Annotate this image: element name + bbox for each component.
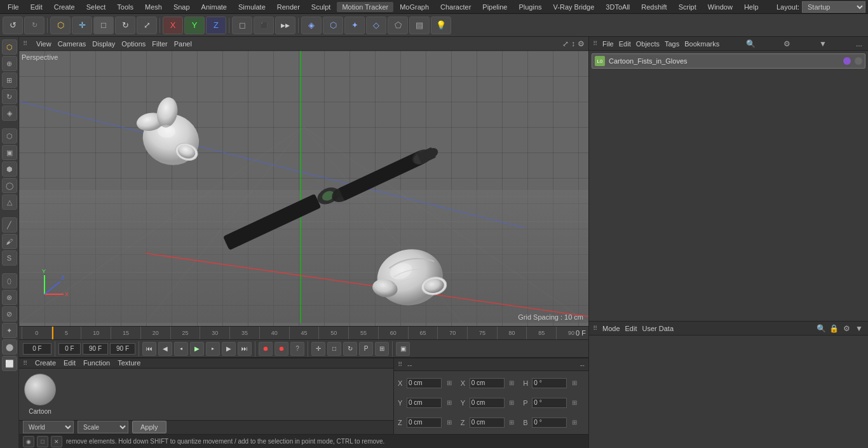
grid-pb[interactable]: ⊞ xyxy=(375,342,389,356)
axis-y-button[interactable]: Y xyxy=(184,17,205,34)
attr-more-btn[interactable]: ▼ xyxy=(854,323,864,334)
left-tool-10[interactable]: △ xyxy=(2,194,17,210)
left-tool-3[interactable]: ⊞ xyxy=(2,72,17,88)
coord-b-input[interactable] xyxy=(532,417,567,428)
left-tool-9[interactable]: ◯ xyxy=(2,178,17,193)
obj-collapse-btn[interactable]: ▼ xyxy=(818,39,828,49)
menu-file[interactable]: File xyxy=(3,2,24,12)
render-mode-1[interactable]: ◈ xyxy=(301,17,322,34)
current-frame-input[interactable] xyxy=(23,343,51,355)
left-tool-6[interactable]: ⬡ xyxy=(2,128,17,144)
menu-tools[interactable]: Tools xyxy=(112,2,139,12)
frame-end-input[interactable] xyxy=(83,343,108,355)
rotate-tool-button[interactable]: ↻ xyxy=(115,17,135,34)
obj-settings-btn[interactable]: ⚙ xyxy=(782,39,792,49)
record-button[interactable]: ⏺ xyxy=(259,342,273,356)
viewport-menu-filter[interactable]: Filter xyxy=(152,40,167,48)
attr-settings-btn[interactable]: ⚙ xyxy=(841,323,851,334)
step-back-button[interactable]: ◀ xyxy=(158,342,172,356)
attr-lock-btn[interactable]: 🔒 xyxy=(829,323,839,334)
menu-edit[interactable]: Edit xyxy=(25,2,48,12)
obj-menu-file[interactable]: File xyxy=(602,40,614,48)
coord-x-input[interactable] xyxy=(407,378,442,388)
left-tool-17[interactable]: ✦ xyxy=(2,323,17,338)
object-list-item[interactable]: L0 Cartoon_Fists_in_Gloves xyxy=(592,53,865,69)
menu-select[interactable]: Select xyxy=(81,2,111,12)
scale-tool-button[interactable]: ⤢ xyxy=(137,17,157,34)
timeline[interactable]: 0 5 10 15 20 25 30 35 40 45 50 55 60 65 … xyxy=(19,326,588,340)
obj-menu-objects[interactable]: Objects xyxy=(636,40,660,48)
step-fwd-small-button[interactable]: ▸ xyxy=(206,342,220,356)
viewport-maximize-icon[interactable]: ⤢ xyxy=(562,39,569,48)
obj-search-button[interactable]: 🔍 xyxy=(745,39,756,49)
go-to-start-button[interactable]: ⏮ xyxy=(142,342,156,356)
render-mode-4[interactable]: ◇ xyxy=(366,17,386,34)
status-icon-3[interactable]: ✕ xyxy=(51,436,62,447)
view-button-2[interactable]: ▶▶ xyxy=(275,17,295,34)
menu-plugins[interactable]: Plugins xyxy=(513,2,546,12)
coord-y-input[interactable] xyxy=(407,398,442,408)
left-tool-16[interactable]: ⊘ xyxy=(2,306,17,322)
menu-render[interactable]: Render xyxy=(272,2,305,12)
viewport-menu-options[interactable]: Options xyxy=(121,40,146,48)
help-button[interactable]: ? xyxy=(290,342,304,356)
render-pb[interactable]: ▣ xyxy=(396,342,410,356)
left-tool-2[interactable]: ⊕ xyxy=(2,56,17,71)
menu-pipeline[interactable]: Pipeline xyxy=(477,2,512,12)
go-to-end-button[interactable]: ⏭ xyxy=(238,342,252,356)
left-tool-5[interactable]: ◈ xyxy=(2,105,17,121)
rotate-tool-pb[interactable]: ↻ xyxy=(343,342,357,356)
left-tool-13[interactable]: S xyxy=(2,250,17,266)
viewport-arrows-icon[interactable]: ↕ xyxy=(571,39,575,48)
axis-z-button[interactable]: Z xyxy=(206,17,226,34)
coord-z2-input[interactable] xyxy=(470,417,505,428)
menu-character[interactable]: Character xyxy=(435,2,476,12)
select-tool-button[interactable]: ⬡ xyxy=(50,17,71,34)
apply-button[interactable]: Apply xyxy=(132,421,166,433)
coord-h-input[interactable] xyxy=(532,378,567,388)
render-mode-6[interactable]: ▤ xyxy=(409,17,430,34)
menu-help[interactable]: Help xyxy=(739,2,764,12)
attr-menu-userdata[interactable]: User Data xyxy=(642,325,674,332)
menu-vray-bridge[interactable]: V-Ray Bridge xyxy=(548,2,600,12)
menu-3dtoall[interactable]: 3DToAll xyxy=(600,2,635,12)
material-item[interactable]: Cartoon xyxy=(24,374,56,415)
move-tool-pb[interactable]: ✛ xyxy=(311,342,325,356)
obj-more-btn[interactable]: ... xyxy=(854,39,864,49)
pivot-pb[interactable]: P xyxy=(359,342,373,356)
axis-x-button[interactable]: X xyxy=(163,17,183,34)
view-button-1[interactable]: ⬛ xyxy=(254,17,274,34)
obj-menu-edit[interactable]: Edit xyxy=(619,40,631,48)
left-tool-7[interactable]: ▣ xyxy=(2,145,17,160)
render-mode-5[interactable]: ⬠ xyxy=(388,17,408,34)
left-tool-4[interactable]: ↻ xyxy=(2,89,17,104)
viewport-settings-icon[interactable]: ⚙ xyxy=(578,39,585,48)
undo-button[interactable]: ↺ xyxy=(3,17,23,34)
object-visibility-dot-1[interactable] xyxy=(843,57,851,65)
frame-alt-input[interactable] xyxy=(110,343,135,355)
coord-y2-input[interactable] xyxy=(470,398,505,408)
step-back-small-button[interactable]: ◂ xyxy=(174,342,188,356)
attr-menu-edit[interactable]: Edit xyxy=(625,325,637,332)
attr-menu-mode[interactable]: Mode xyxy=(602,325,620,332)
object-mode-button[interactable]: ◻ xyxy=(232,17,252,34)
menu-window[interactable]: Window xyxy=(703,2,738,12)
object-tool-button[interactable]: □ xyxy=(93,17,114,34)
play-button[interactable]: ▶ xyxy=(190,342,204,356)
menu-sculpt[interactable]: Sculpt xyxy=(306,2,336,12)
mat-menu-texture[interactable]: Texture xyxy=(118,359,140,367)
left-tool-12[interactable]: 🖌 xyxy=(2,234,17,249)
record-mode-button[interactable]: ⏺ xyxy=(275,342,288,356)
left-tool-15[interactable]: ⊗ xyxy=(2,290,17,305)
obj-menu-tags[interactable]: Tags xyxy=(665,40,679,48)
left-tool-18[interactable]: ⬤ xyxy=(2,339,17,355)
viewport-menu-panel[interactable]: Panel xyxy=(174,40,192,48)
left-tool-14[interactable]: ⬯ xyxy=(2,273,17,288)
menu-mograph[interactable]: MoGraph xyxy=(395,2,434,12)
mat-menu-function[interactable]: Function xyxy=(83,359,110,367)
menu-motion-tracker[interactable]: Motion Tracker xyxy=(337,2,393,12)
scale-tool-pb[interactable]: □ xyxy=(327,342,341,356)
coord-x2-input[interactable] xyxy=(470,378,505,388)
viewport-menu-view[interactable]: View xyxy=(36,40,51,48)
status-icon-1[interactable]: ◉ xyxy=(23,436,34,447)
